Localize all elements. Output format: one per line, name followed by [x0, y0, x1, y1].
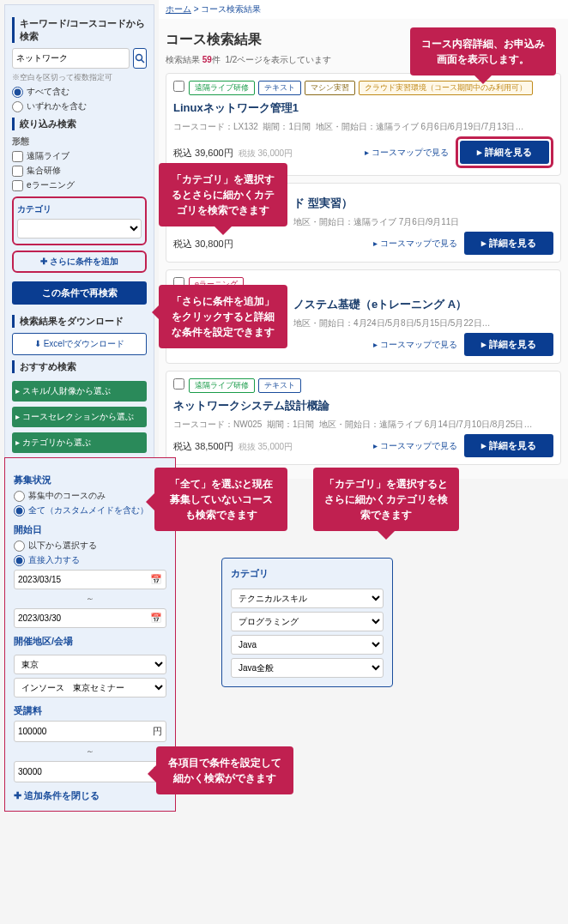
- callout-filter: 各項目で条件を設定して細かく検索ができます: [156, 746, 293, 794]
- breadcrumb-current: コース検索結果: [201, 4, 261, 14]
- course-card: 遠隔ライブ研修 テキスト ネットワークシステム設計概論 コースコード：NW025…: [166, 371, 561, 465]
- cat-select-3[interactable]: Java: [231, 635, 384, 655]
- breadcrumb: ホーム > コース検索結果: [159, 0, 568, 19]
- chk-elearn[interactable]: eラーニング: [12, 179, 147, 191]
- coursemap-link[interactable]: ▸ コースマップで見る: [373, 238, 457, 250]
- course-sub: コースコード：LX132 期間：1日間 地区・開始日：遠隔ライブ 6月6日/6月…: [173, 121, 553, 133]
- cat-select-4[interactable]: Java全般: [231, 658, 384, 678]
- tag: テキスト: [258, 81, 301, 95]
- course-sub: 地区・開始日：4月24日/5月8日/5月15日/5月22日…: [293, 317, 553, 329]
- card-checkbox[interactable]: [173, 81, 184, 92]
- fee-head: 受講料: [14, 704, 166, 717]
- course-price: 税込 38,500円税抜 35,000円: [173, 440, 293, 453]
- detail-button[interactable]: ▸ 詳細を見る: [464, 434, 553, 457]
- form-head: 形態: [12, 136, 147, 148]
- recommend-head: おすすめ検索: [12, 360, 147, 373]
- coursemap-link[interactable]: ▸ コースマップで見る: [373, 339, 457, 351]
- chk-group[interactable]: 集合研修: [12, 165, 147, 177]
- radio-inputdate[interactable]: 直接入力する: [14, 554, 166, 566]
- keyword-input[interactable]: [12, 48, 130, 69]
- chk-remote[interactable]: 遠隔ライブ: [12, 150, 147, 162]
- keyword-search-head: キーワード/コースコードから検索: [12, 17, 147, 43]
- rec-category-button[interactable]: ▸ カテゴリから選ぶ: [12, 432, 147, 453]
- keyword-note: ※空白を区切って複数指定可: [12, 72, 147, 83]
- rec-selection-button[interactable]: ▸ コースセレクションから選ぶ: [12, 407, 147, 427]
- course-price: 税込 39,600円税抜 36,000円: [173, 147, 293, 160]
- course-title[interactable]: ド 型実習）: [293, 196, 553, 211]
- tag: 遠隔ライブ研修: [189, 81, 255, 95]
- callout-catlower: 「カテゴリ」を選択するとさらに細かくカテゴリを検索できます: [313, 468, 459, 531]
- course-title[interactable]: ネットワークシステム設計概論: [173, 398, 553, 414]
- tag: テキスト: [258, 378, 301, 393]
- excel-download-button[interactable]: ⬇ Excelでダウンロード: [12, 333, 147, 355]
- callout-category: 「カテゴリ」を選択するとさらに細かくカテゴリを検索できます: [159, 163, 287, 226]
- callout-all: 「全て」を選ぶと現在募集していないコースも検索できます: [154, 468, 287, 531]
- tag: マシン実習: [305, 81, 355, 95]
- detailed-filter-panel: 募集状況 募集中のコースのみ 全て（カスタムメイドを含む） 開始日 以下から選択…: [4, 457, 176, 812]
- course-sub: 地区・開始日：遠隔ライブ 7月6日/9月11日: [293, 216, 553, 228]
- add-condition-button[interactable]: ✚ さらに条件を追加: [12, 251, 147, 273]
- category-box: カテゴリ: [12, 196, 147, 245]
- date-to[interactable]: 📅: [14, 608, 166, 628]
- course-card: 遠隔ライブ研修 テキスト マシン実習 クラウド実習環境（コース期間中のみ利用可）…: [166, 73, 561, 176]
- breadcrumb-home[interactable]: ホーム: [166, 4, 191, 14]
- coursemap-link[interactable]: ▸ コースマップで見る: [365, 147, 449, 159]
- cat-select-2[interactable]: プログラミング: [231, 612, 384, 631]
- recruit-head: 募集状況: [14, 474, 166, 486]
- calendar-icon[interactable]: 📅: [150, 613, 162, 624]
- cat-panel-head: カテゴリ: [231, 567, 384, 580]
- region-select[interactable]: 東京: [14, 655, 166, 674]
- refine-head: 絞り込み検索: [12, 118, 147, 130]
- tag: 遠隔ライブ研修: [189, 378, 255, 393]
- course-title[interactable]: Linuxネットワーク管理1: [173, 100, 553, 116]
- search-icon[interactable]: [133, 48, 147, 69]
- radio-any[interactable]: いずれかを含む: [12, 100, 147, 112]
- callout-detail: コース内容詳細、お申込み画面を表示します。: [410, 27, 556, 75]
- callout-addcond: 「さらに条件を追加」をクリックすると詳細な条件を設定できます: [159, 285, 287, 348]
- coursemap-link[interactable]: ▸ コースマップで見る: [373, 440, 457, 452]
- close-conditions[interactable]: ✚ 追加条件を閉じる: [14, 789, 166, 802]
- radio-all[interactable]: すべて含む: [12, 86, 147, 98]
- card-checkbox[interactable]: [173, 378, 184, 390]
- date-from[interactable]: 📅: [14, 570, 166, 589]
- rec-skill-button[interactable]: ▸ スキル/人財像から選ぶ: [12, 381, 147, 402]
- svg-point-0: [136, 55, 142, 61]
- category-cascade-panel: カテゴリ テクニカルスキル プログラミング Java Java全般: [221, 558, 393, 687]
- venue-head: 開催地区/会場: [14, 635, 166, 648]
- search-again-button[interactable]: この条件で再検索: [12, 281, 147, 305]
- detail-button[interactable]: ▸ 詳細を見る: [464, 232, 553, 255]
- main: コース検索結果 検索結果 59件 1/2ページを表示しています 遠隔ライブ研修 …: [159, 19, 568, 479]
- course-sub: コースコード：NW025 期間：1日間 地区・開始日：遠隔ライブ 6月14日/7…: [173, 419, 553, 431]
- cat-select-1[interactable]: テクニカルスキル: [231, 589, 384, 608]
- detail-button[interactable]: ▸ 詳細を見る: [464, 333, 553, 356]
- startdate-head: 開始日: [14, 523, 166, 536]
- category-label: カテゴリ: [17, 203, 142, 215]
- category-select[interactable]: [17, 219, 142, 239]
- calendar-icon[interactable]: 📅: [150, 574, 162, 585]
- venue-select[interactable]: インソース 東京セミナー: [14, 678, 166, 698]
- radio-selectdate[interactable]: 以下から選択する: [14, 540, 166, 552]
- sidebar: キーワード/コースコードから検索 ※空白を区切って複数指定可 すべて含む いずれ…: [4, 4, 154, 463]
- course-title[interactable]: ノステム基礎（eトレーニング A）: [293, 297, 553, 312]
- detail-button[interactable]: ▸ 詳細を見る: [460, 141, 549, 164]
- svg-line-1: [142, 60, 145, 63]
- fee-from[interactable]: 円: [14, 721, 166, 742]
- tag: クラウド実習環境（コース期間中のみ利用可）: [359, 81, 533, 95]
- download-head: 検索結果をダウンロード: [12, 315, 147, 328]
